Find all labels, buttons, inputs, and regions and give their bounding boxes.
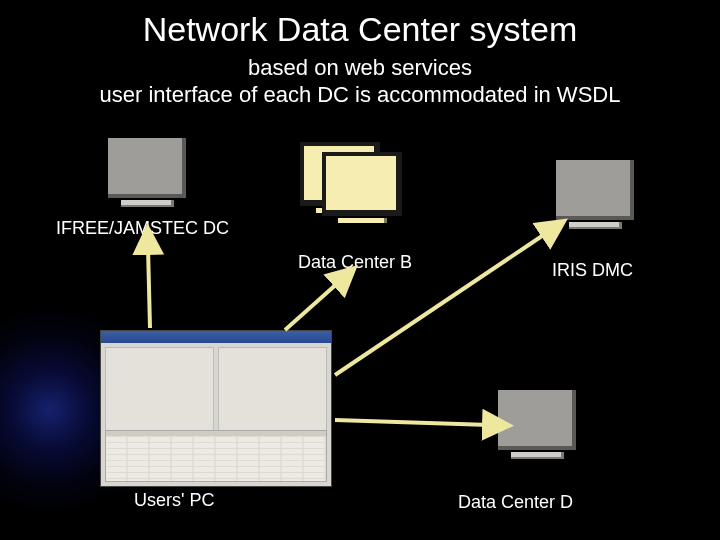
arrow-user-to-dcd (335, 420, 490, 425)
arrow-user-to-ifree (148, 247, 150, 328)
window-left-panel (105, 347, 214, 435)
data-center-d-icon (498, 390, 576, 459)
window-titlebar (101, 331, 331, 343)
window-data-table (105, 430, 327, 482)
arrow-user-to-dcb (285, 281, 340, 330)
slide-title: Network Data Center system (0, 10, 720, 49)
data-center-d-label: Data Center D (458, 492, 573, 513)
ifree-dc-icon (108, 138, 186, 207)
slide-subtitle-2: user interface of each DC is accommodate… (0, 82, 720, 108)
slide-subtitle-1: based on web services (0, 55, 720, 81)
ifree-dc-label: IFREE/JAMSTEC DC (56, 218, 229, 239)
iris-dmc-label: IRIS DMC (552, 260, 633, 281)
users-pc-label: Users' PC (134, 490, 214, 511)
data-center-b-label: Data Center B (298, 252, 412, 273)
window-right-panel (218, 347, 327, 435)
iris-dmc-icon (556, 160, 634, 229)
users-pc-window (100, 330, 332, 487)
